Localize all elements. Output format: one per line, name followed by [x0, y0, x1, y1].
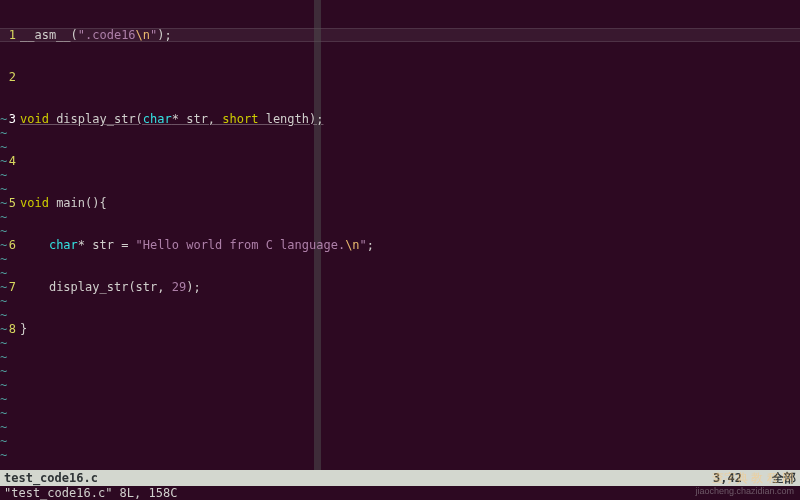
empty-line-tilde: ~: [0, 336, 12, 350]
empty-line-tilde: ~: [0, 406, 12, 420]
code-editor[interactable]: 1 2 3 4 5 6 7 8 __asm__(".code16\n"); vo…: [0, 0, 800, 470]
status-cursor-position: 3,42: [713, 471, 742, 485]
status-bar: test_code16.c 3,42 全部: [0, 470, 800, 486]
empty-line-tilde: ~: [0, 154, 12, 168]
code-line[interactable]: char* str = "Hello world from C language…: [20, 238, 800, 252]
command-line[interactable]: "test_code16.c" 8L, 158C: [0, 486, 800, 500]
empty-line-tilde: ~: [0, 322, 12, 336]
empty-line-tilde: ~: [0, 280, 12, 294]
empty-line-tilde: ~: [0, 392, 12, 406]
status-scroll-percent: 全部: [772, 471, 796, 485]
line-number: 2: [0, 70, 16, 84]
empty-line-tilde: ~: [0, 210, 12, 224]
empty-line-tilde: ~: [0, 238, 12, 252]
code-area[interactable]: __asm__(".code16\n"); void display_str(c…: [20, 0, 800, 364]
empty-line-tilde: ~: [0, 182, 12, 196]
empty-line-tilde: ~: [0, 126, 12, 140]
empty-line-tilde: ~: [0, 266, 12, 280]
code-line[interactable]: display_str(str, 29);: [20, 280, 800, 294]
code-line[interactable]: [20, 70, 800, 84]
empty-line-tilde: ~: [0, 140, 12, 154]
code-line[interactable]: void main(){: [20, 196, 800, 210]
empty-line-tilde: ~: [0, 420, 12, 434]
code-line[interactable]: }: [20, 322, 800, 336]
empty-line-tilde: ~: [0, 252, 12, 266]
empty-line-tilde: ~: [0, 196, 12, 210]
empty-line-tilde: ~: [0, 112, 12, 126]
empty-line-tilde: ~: [0, 308, 12, 322]
empty-line-tildes: ~~~~~~~~~~~~~~~~~~~~~~~~~: [0, 112, 12, 470]
line-number: 1: [0, 28, 16, 42]
empty-line-tilde: ~: [0, 434, 12, 448]
empty-line-tilde: ~: [0, 448, 12, 462]
status-filename: test_code16.c: [4, 471, 98, 485]
code-line[interactable]: [20, 154, 800, 168]
code-line[interactable]: __asm__(".code16\n");: [20, 28, 800, 42]
empty-line-tilde: ~: [0, 224, 12, 238]
empty-line-tilde: ~: [0, 168, 12, 182]
empty-line-tilde: ~: [0, 378, 12, 392]
empty-line-tilde: ~: [0, 350, 12, 364]
code-line-current[interactable]: void display_str(char* str, short length…: [20, 112, 800, 126]
empty-line-tilde: ~: [0, 364, 12, 378]
empty-line-tilde: ~: [0, 294, 12, 308]
